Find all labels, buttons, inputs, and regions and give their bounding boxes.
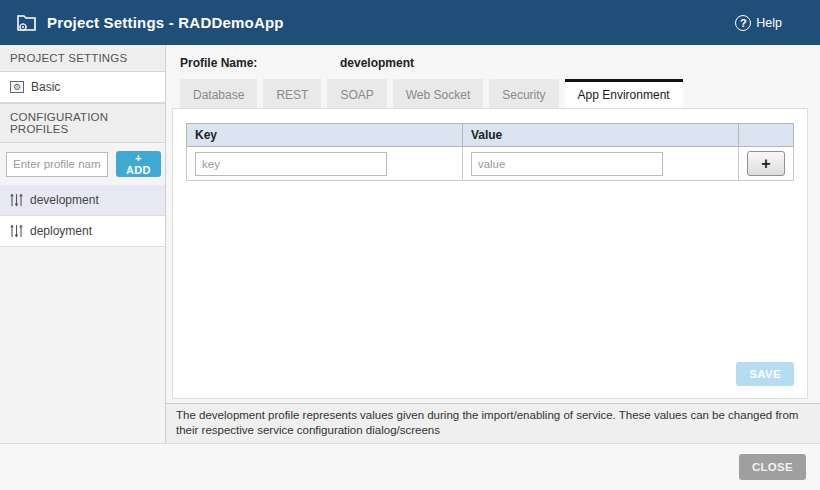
add-profile-row: + ADD xyxy=(0,143,165,185)
sliders-icon xyxy=(10,193,23,207)
value-column-header: Value xyxy=(462,124,738,147)
add-row-button[interactable]: + xyxy=(747,151,785,176)
project-settings-icon xyxy=(16,13,38,32)
sidebar: PROJECT SETTINGS ⚙ Basic CONFIGURATION P… xyxy=(0,45,166,443)
tab-app-environment[interactable]: App Environment xyxy=(565,79,683,108)
table-row: + xyxy=(187,147,794,181)
help-label: Help xyxy=(756,16,782,30)
titlebar: Project Settings - RADDemoApp ? Help xyxy=(0,0,820,45)
sidebar-item-basic[interactable]: ⚙ Basic xyxy=(0,72,165,103)
profile-item-deployment[interactable]: deployment xyxy=(0,216,165,247)
dialog-body: PROJECT SETTINGS ⚙ Basic CONFIGURATION P… xyxy=(0,45,820,443)
profile-name-value: development xyxy=(340,56,414,70)
basic-settings-icon: ⚙ xyxy=(10,81,24,93)
main-panel: Profile Name: development Database REST … xyxy=(166,45,820,443)
value-input[interactable] xyxy=(471,152,663,176)
tab-soap[interactable]: SOAP xyxy=(327,79,386,108)
tab-bar: Database REST SOAP Web Socket Security A… xyxy=(166,72,820,108)
add-profile-button[interactable]: + ADD xyxy=(116,151,161,177)
tab-database[interactable]: Database xyxy=(180,79,257,108)
table-header-row: Key Value xyxy=(187,124,794,147)
window-title: Project Settings - RADDemoApp xyxy=(47,14,284,31)
section-header-configuration-profiles: CONFIGURATION PROFILES xyxy=(0,103,165,143)
profile-item-development[interactable]: development xyxy=(0,185,165,216)
action-column-header xyxy=(738,124,793,147)
profile-note: The development profile represents value… xyxy=(166,403,820,443)
key-input[interactable] xyxy=(195,152,387,176)
help-button[interactable]: ? Help xyxy=(735,15,782,31)
tab-rest[interactable]: REST xyxy=(263,79,321,108)
help-icon: ? xyxy=(735,15,751,31)
tab-web-socket[interactable]: Web Socket xyxy=(393,79,483,108)
profile-name-label: Profile Name: xyxy=(180,56,340,70)
sidebar-item-basic-label: Basic xyxy=(31,80,60,94)
profile-item-label: deployment xyxy=(30,224,92,238)
sliders-icon xyxy=(10,224,23,238)
bottom-bar: CLOSE xyxy=(0,443,820,490)
close-button[interactable]: CLOSE xyxy=(739,454,806,480)
key-value-table: Key Value + xyxy=(186,123,794,181)
key-column-header: Key xyxy=(187,124,463,147)
profile-item-label: development xyxy=(30,193,99,207)
app-environment-panel: Key Value + xyxy=(172,108,808,399)
section-header-project-settings: PROJECT SETTINGS xyxy=(0,45,165,72)
save-button[interactable]: SAVE xyxy=(736,362,794,386)
profile-name-row: Profile Name: development xyxy=(166,45,820,72)
profile-name-input[interactable] xyxy=(6,152,108,177)
tab-security[interactable]: Security xyxy=(489,79,558,108)
